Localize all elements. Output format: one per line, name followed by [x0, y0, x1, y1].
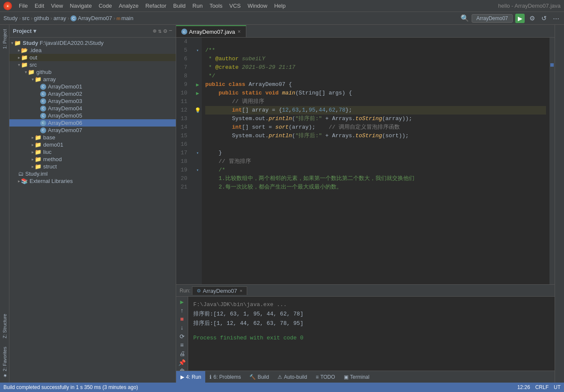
- tree-arrow-method[interactable]: ▸: [32, 157, 34, 162]
- bottom-tab-terminal[interactable]: ▣ Terminal: [340, 371, 374, 383]
- menu-edit[interactable]: Edit: [31, 2, 47, 10]
- breadcrumb-array[interactable]: array: [53, 15, 66, 21]
- tree-liuc[interactable]: ▸ 📁 liuc: [9, 148, 176, 156]
- bottom-tab-build[interactable]: 🔨 Build: [245, 371, 273, 383]
- run-config-dropdown[interactable]: ArrayDemo07: [472, 14, 513, 23]
- project-title: hello - ArrayDemo07.java: [498, 3, 561, 9]
- tab-close-button[interactable]: ×: [238, 29, 241, 35]
- gutter-collapse-5[interactable]: ▾: [193, 46, 202, 55]
- tree-arrow-demo01[interactable]: ▸: [32, 142, 34, 147]
- tree-arrow-ext[interactable]: ▸: [18, 179, 20, 183]
- gutter-collapse-19[interactable]: ▾: [193, 166, 202, 174]
- tree-arrow-src[interactable]: ▾: [18, 62, 20, 67]
- menu-tools[interactable]: Tools: [206, 2, 226, 10]
- tree-label-liuc: liuc: [43, 149, 52, 155]
- minimize-icon[interactable]: −: [169, 27, 172, 35]
- editor-tab-arraydemo07[interactable]: C ArrayDemo07.java ×: [176, 25, 246, 37]
- file-icon-nav: C: [71, 15, 77, 21]
- breadcrumb-study[interactable]: Study: [3, 15, 18, 21]
- layout-icon[interactable]: ⇅: [158, 27, 162, 35]
- add-icon[interactable]: ⊕: [153, 27, 156, 35]
- tree-src[interactable]: ▾ 📁 src: [9, 61, 176, 68]
- tree-demo01[interactable]: ▸ 📁 demo01: [9, 141, 176, 148]
- status-line-sep: UT: [554, 384, 561, 390]
- tree-label-struct: struct: [43, 163, 57, 170]
- bottom-tab-problems[interactable]: ℹ 6: Problems: [205, 371, 245, 383]
- run-scroll-down-btn[interactable]: ↓: [178, 324, 186, 331]
- run-button[interactable]: ▶: [515, 14, 525, 23]
- tab-project[interactable]: 1: Project: [0, 25, 9, 53]
- debug-button[interactable]: ↺: [539, 14, 549, 23]
- menu-file[interactable]: File: [15, 2, 31, 10]
- gutter-run-9[interactable]: ▶: [193, 80, 202, 89]
- tab-favorites[interactable]: ★ 2: Favorites: [0, 342, 9, 383]
- code-content[interactable]: /** * @author subeiLY * @create 2021-05-…: [202, 38, 549, 284]
- breadcrumb-github[interactable]: github: [34, 15, 49, 21]
- tree-study-iml[interactable]: 🗂 Study.iml: [9, 170, 176, 177]
- tree-arrow-study[interactable]: ▾: [11, 41, 13, 45]
- breadcrumb-arraydemo07[interactable]: ArrayDemo07: [78, 15, 112, 21]
- code-editor[interactable]: 4 5 6 7 8 9 10 11 12 13 14 15 16 17 18 1…: [176, 38, 555, 284]
- tree-study[interactable]: ▾ 📁 Study F:\java\IDEA2020.2\Study: [9, 39, 176, 47]
- tree-idea[interactable]: ▸ 📂 .idea: [9, 47, 176, 54]
- code-line-16: [205, 140, 546, 149]
- run-tab-arraydemo07[interactable]: ⚙ ArrayDemo07 ×: [192, 286, 247, 295]
- tree-array[interactable]: ▾ 📁 array: [9, 76, 176, 83]
- run-stop-btn[interactable]: ■: [178, 316, 186, 323]
- settings-icon[interactable]: ⚙: [163, 27, 167, 35]
- tree-arrow-out[interactable]: ▸: [18, 55, 20, 60]
- gutter-collapse-17[interactable]: ▾: [193, 149, 202, 157]
- tree-arraydemo04[interactable]: C ArrayDemo04: [9, 105, 176, 112]
- menu-code[interactable]: Code: [95, 2, 115, 10]
- breadcrumb-src[interactable]: src: [22, 15, 30, 21]
- menu-build[interactable]: Build: [170, 2, 189, 10]
- bottom-tab-todo-label: TODO: [320, 374, 335, 380]
- run-tab-close[interactable]: ×: [240, 288, 242, 293]
- menu-navigate[interactable]: Navigate: [66, 2, 95, 10]
- menu-window[interactable]: Window: [244, 2, 271, 10]
- menu-refactor[interactable]: Refactor: [142, 2, 170, 10]
- right-scrollbar[interactable]: [549, 38, 555, 284]
- run-align-btn[interactable]: ≡: [178, 342, 186, 349]
- run-pin-btn[interactable]: 📌: [178, 359, 186, 366]
- nav-search-icon[interactable]: 🔍: [461, 14, 469, 23]
- run-play-btn[interactable]: ▶: [178, 298, 186, 306]
- tree-arraydemo05[interactable]: C ArrayDemo05: [9, 112, 176, 119]
- run-scroll-up-btn[interactable]: ↑: [178, 307, 186, 314]
- menu-run[interactable]: Run: [189, 2, 206, 10]
- tree-base[interactable]: ▸ 📁 base: [9, 134, 176, 141]
- tree-struct[interactable]: ▸ 📁 struct: [9, 163, 176, 170]
- menu-analyze[interactable]: Analyze: [115, 2, 142, 10]
- run-print-btn[interactable]: 🖨: [178, 351, 186, 357]
- bottom-tab-run[interactable]: ▶ 4: Run: [176, 371, 205, 383]
- tree-arraydemo07[interactable]: C ArrayDemo07: [9, 127, 176, 134]
- folder-icon-array: 📁: [35, 76, 41, 83]
- run-rerun-btn[interactable]: ⟳: [178, 333, 186, 340]
- tree-arrow-liuc[interactable]: ▸: [32, 150, 34, 154]
- tree-arraydemo02[interactable]: C ArrayDemo02: [9, 90, 176, 97]
- tree-ext-libs[interactable]: ▸ 📚 External Libraries: [9, 177, 176, 185]
- breadcrumb-main[interactable]: main: [121, 15, 133, 21]
- tree-arraydemo06[interactable]: C ArrayDemo06: [9, 119, 176, 127]
- menu-help[interactable]: Help: [271, 2, 289, 10]
- tree-arrow-struct[interactable]: ▸: [32, 164, 34, 169]
- tree-arrow-array[interactable]: ▾: [32, 77, 34, 82]
- tree-arrow-idea[interactable]: ▸: [18, 48, 20, 53]
- tree-out[interactable]: ▸ 📁 out: [9, 54, 176, 61]
- more-button[interactable]: ⋯: [551, 14, 561, 23]
- menu-vcs[interactable]: VCS: [226, 2, 244, 10]
- tree-github[interactable]: ▾ 📁 github: [9, 68, 176, 76]
- tree-arrow-github[interactable]: ▾: [25, 70, 27, 74]
- tree-arraydemo01[interactable]: C ArrayDemo01: [9, 83, 176, 90]
- bottom-tab-autobuild[interactable]: ⚠ Auto-build: [273, 371, 311, 383]
- menu-view[interactable]: View: [47, 2, 66, 10]
- gutter-run-10[interactable]: ▶: [193, 89, 202, 97]
- code-line-18: // 冒泡排序: [205, 157, 546, 166]
- gutter-bulb-12[interactable]: 💡: [193, 106, 202, 115]
- tree-method[interactable]: ▸ 📁 method: [9, 156, 176, 163]
- tab-structure[interactable]: Z: Structure: [0, 309, 9, 342]
- tree-arrow-base[interactable]: ▸: [32, 135, 34, 140]
- tree-arraydemo03[interactable]: C ArrayDemo03: [9, 97, 176, 105]
- build-button[interactable]: ⚙: [527, 14, 537, 23]
- bottom-tab-todo[interactable]: ≡ TODO: [311, 371, 339, 383]
